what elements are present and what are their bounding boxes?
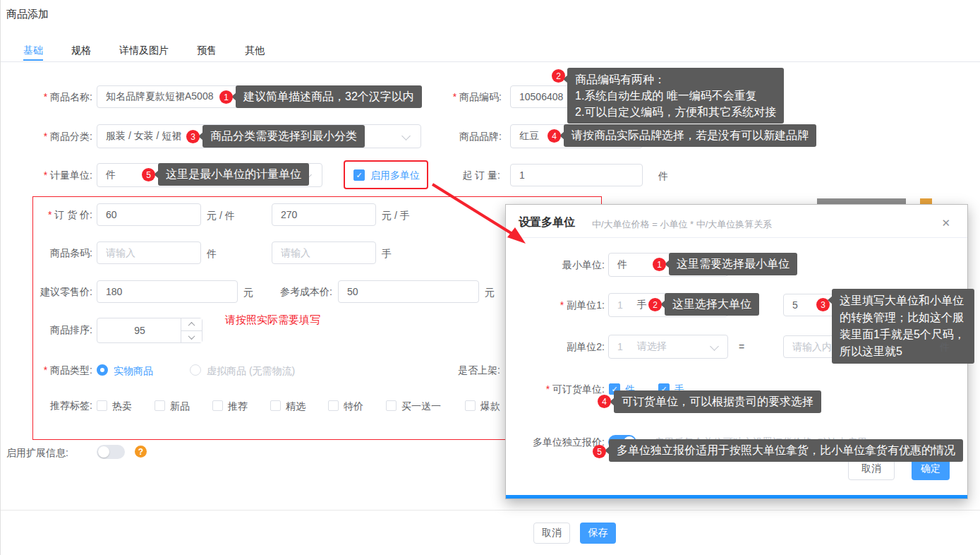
min-order-unit: 件 bbox=[658, 164, 668, 188]
tab-other[interactable]: 其他 bbox=[245, 42, 265, 61]
save-button[interactable]: 保存 bbox=[580, 523, 616, 544]
dialog-title: 设置多单位 bbox=[519, 215, 575, 230]
orderable-units-label: *可订货单位: bbox=[514, 377, 605, 401]
page-title: 商品添加 bbox=[6, 8, 49, 21]
category-tooltip: 商品分类需要选择到最小分类 bbox=[202, 125, 365, 148]
modal-hint-badge-2: 2 bbox=[648, 298, 662, 311]
hint-badge-1: 1 bbox=[219, 90, 233, 104]
hint-badge-4: 4 bbox=[548, 129, 561, 143]
brand-tooltip: 请按商品实际品牌选择，若是没有可以新建品牌 bbox=[564, 124, 816, 147]
tab-basic[interactable]: 基础 bbox=[23, 42, 43, 61]
unit-tooltip: 这里是最小单位的计量单位 bbox=[158, 163, 309, 186]
orderable-units-tooltip: 可订货单位，可以根据贵司的要求选择 bbox=[614, 390, 821, 413]
chevron-down-icon bbox=[710, 342, 719, 351]
sub-unit2-suffix: 件 bbox=[940, 335, 950, 359]
category-label: *商品分类: bbox=[15, 124, 92, 148]
sub-unit1-label: *副单位1: bbox=[514, 293, 605, 317]
footer-divider bbox=[1, 510, 980, 511]
extension-toggle[interactable] bbox=[97, 445, 125, 459]
multi-unit-dialog: 设置多单位 中/大单位价格 = 小单位 * 中/大单位换算关系 ✕ 最小单位: … bbox=[505, 204, 968, 499]
dialog-header-divider bbox=[506, 237, 967, 238]
modal-hint-badge-1: 1 bbox=[653, 258, 666, 271]
hint-badge-5: 5 bbox=[142, 168, 155, 181]
sub-unit2-label: 副单位2: bbox=[527, 335, 605, 359]
sub-unit1-ratio-tooltip: 这里填写大单位和小单位的转换管理；比如这个服装里面1手就是5个尺码，所以这里就5 bbox=[832, 289, 974, 364]
tab-spec[interactable]: 规格 bbox=[71, 42, 91, 61]
min-unit-label: 最小单位: bbox=[527, 253, 605, 277]
modal-hint-badge-5: 5 bbox=[593, 445, 606, 458]
min-unit-tooltip: 这里需要选择最小单位 bbox=[669, 253, 797, 275]
sub-unit2-select[interactable]: 1 请选择 bbox=[608, 335, 728, 359]
tab-presale[interactable]: 预售 bbox=[197, 42, 217, 61]
multi-unit-highlight-frame bbox=[344, 160, 428, 189]
unit-label: *计量单位: bbox=[15, 163, 92, 187]
extension-label: 启用扩展信息: bbox=[6, 447, 68, 460]
dialog-subtitle: 中/大单位价格 = 小单位 * 中/大单位换算关系 bbox=[592, 218, 772, 231]
obscured-content-fragment bbox=[817, 198, 906, 204]
product-name-tooltip: 建议简单描述商品，32个汉字以内 bbox=[236, 85, 422, 108]
product-code-label: *商品编码: bbox=[424, 85, 502, 109]
close-icon[interactable]: ✕ bbox=[941, 217, 950, 229]
sub-unit1-tooltip: 这里选择大单位 bbox=[665, 293, 759, 316]
min-order-label: 起 订 量: bbox=[423, 163, 500, 187]
question-icon[interactable]: ? bbox=[135, 446, 147, 458]
brand-label: 商品品牌: bbox=[424, 124, 502, 148]
independent-pricing-tooltip: 多单位独立报价适用于按照大单位拿货，比小单位拿货有优惠的情况 bbox=[609, 439, 963, 462]
min-order-input[interactable] bbox=[510, 164, 643, 186]
hint-badge-3: 3 bbox=[186, 130, 200, 143]
independent-pricing-label: 多单位独立报价: bbox=[514, 430, 605, 454]
toggle-knob bbox=[98, 446, 109, 458]
product-name-label: *商品名称: bbox=[15, 85, 92, 109]
dialog-bottom-accent-bar bbox=[506, 495, 967, 499]
cancel-button[interactable]: 取消 bbox=[533, 523, 570, 544]
hint-badge-2: 2 bbox=[552, 69, 565, 83]
product-code-tooltip: 商品编码有两种： 1.系统自动生成的 唯一编码不会重复 2.可以自定义编码，方便… bbox=[567, 68, 784, 124]
chevron-down-icon bbox=[401, 131, 411, 141]
tab-detail-images[interactable]: 详情及图片 bbox=[119, 42, 169, 61]
sub-unit2-equals: = bbox=[739, 335, 744, 359]
obscured-icon-fragment bbox=[920, 198, 932, 204]
tabbar-divider bbox=[1, 61, 980, 62]
product-add-page: 商品添加 基础 规格 详情及图片 预售 其他 *商品名称: 1 建议简单描述商品… bbox=[0, 0, 980, 555]
modal-hint-badge-4: 4 bbox=[598, 395, 611, 408]
